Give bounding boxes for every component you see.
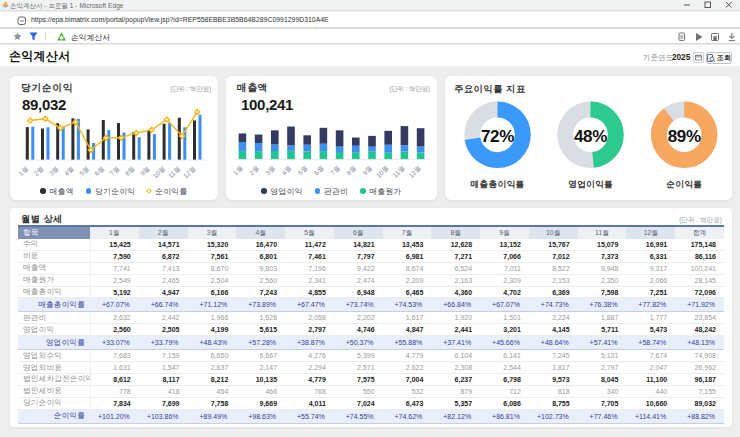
svg-text:2월: 2월: [32, 165, 44, 177]
svg-text:1월: 1월: [17, 165, 29, 177]
svg-text:11월: 11월: [391, 164, 405, 178]
svg-text:4월: 4월: [280, 164, 292, 176]
svg-text:8월: 8월: [345, 164, 357, 176]
svg-text:9월: 9월: [139, 165, 151, 177]
svg-text:8월: 8월: [123, 165, 135, 177]
svg-text:10월: 10월: [151, 165, 166, 180]
svg-text:5월: 5월: [78, 165, 90, 177]
svg-text:3월: 3월: [264, 164, 276, 176]
svg-text:6월: 6월: [93, 165, 105, 177]
svg-text:7월: 7월: [108, 165, 120, 177]
svg-text:9월: 9월: [361, 164, 373, 176]
svg-text:2월: 2월: [248, 164, 260, 176]
svg-text:4월: 4월: [63, 165, 75, 177]
svg-text:11월: 11월: [167, 165, 181, 179]
svg-text:3월: 3월: [47, 165, 59, 177]
svg-text:12월: 12월: [182, 165, 197, 180]
svg-text:10월: 10월: [375, 164, 390, 179]
svg-text:5월: 5월: [296, 164, 308, 176]
svg-text:12월: 12월: [407, 164, 422, 179]
svg-text:1월: 1월: [232, 164, 244, 176]
svg-text:6월: 6월: [313, 164, 325, 176]
svg-text:7월: 7월: [329, 164, 341, 176]
